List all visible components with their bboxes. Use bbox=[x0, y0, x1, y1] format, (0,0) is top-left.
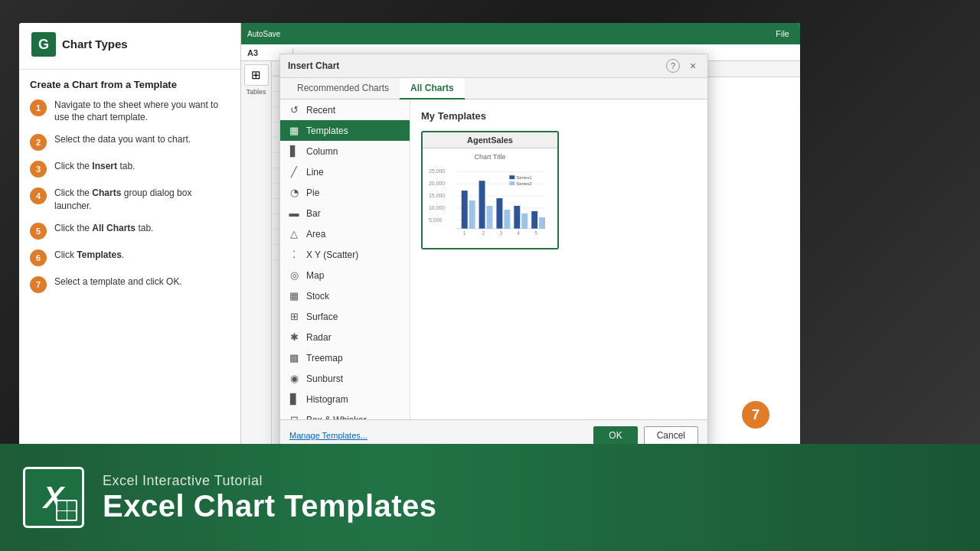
chart-type-bar-label: Bar bbox=[306, 208, 321, 219]
box-whisker-icon: ⊟ bbox=[288, 414, 300, 419]
step-number-7: 7 bbox=[30, 276, 47, 293]
chart-type-histogram[interactable]: ▊ Histogram bbox=[280, 389, 410, 409]
tutorial-panel: G Chart Types Create a Chart from a Temp… bbox=[19, 23, 241, 467]
svg-rect-16 bbox=[487, 206, 493, 229]
sunburst-icon: ◉ bbox=[288, 373, 300, 384]
step-text-3: Click the Insert tab. bbox=[54, 160, 135, 173]
step-number-1: 1 bbox=[30, 99, 47, 116]
svg-text:3: 3 bbox=[499, 230, 502, 236]
chart-type-area[interactable]: △ Area bbox=[280, 223, 410, 244]
line-icon: ╱ bbox=[288, 166, 300, 178]
excel-left-sidebar: ⊞ Tables bbox=[241, 61, 272, 467]
svg-rect-12 bbox=[496, 198, 502, 229]
step-7: 7 Select a template and click OK. bbox=[30, 276, 230, 293]
chart-type-stock-label: Stock bbox=[306, 291, 329, 302]
svg-text:20,000: 20,000 bbox=[429, 181, 445, 186]
my-templates-title: My Templates bbox=[421, 110, 697, 122]
chart-type-pie-label: Pie bbox=[306, 187, 319, 198]
banner-subtitle: Excel Interactive Tutorial bbox=[103, 473, 437, 489]
manage-templates-link[interactable]: Manage Templates... bbox=[289, 431, 368, 440]
autosave-label: AutoSave bbox=[247, 30, 280, 38]
template-chart-preview: Chart Title 25,000 20,000 15,000 10,000 … bbox=[423, 148, 557, 248]
chart-type-histogram-label: Histogram bbox=[306, 394, 348, 405]
scatter-icon: ⁚ bbox=[288, 249, 300, 260]
template-card-title: AgentSales bbox=[423, 132, 557, 148]
ribbon-tab-file[interactable]: File bbox=[771, 28, 794, 40]
chart-type-surface-label: Surface bbox=[306, 311, 338, 322]
banner-text: Excel Interactive Tutorial Excel Chart T… bbox=[103, 473, 437, 523]
svg-text:25,000: 25,000 bbox=[429, 168, 445, 174]
insert-chart-dialog: Insert Chart ? × Recommended Charts All … bbox=[279, 54, 708, 452]
chart-type-templates[interactable]: ▦ Templates bbox=[280, 120, 410, 141]
svg-rect-17 bbox=[504, 210, 510, 229]
chart-type-treemap[interactable]: ▩ Treemap bbox=[280, 347, 410, 368]
area-icon: △ bbox=[288, 228, 300, 240]
tables-button[interactable]: ⊞ bbox=[244, 64, 269, 86]
step-text-4: Click the Charts group dialog box launch… bbox=[54, 187, 230, 213]
svg-rect-19 bbox=[539, 217, 545, 229]
chart-type-recent-label: Recent bbox=[306, 105, 335, 116]
dialog-help-button[interactable]: ? bbox=[666, 59, 680, 73]
excel-logo-grid bbox=[56, 500, 77, 521]
dialog-body: ↺ Recent ▦ Templates ▋ Column ╱ Line bbox=[280, 99, 707, 419]
tab-all-charts[interactable]: All Charts bbox=[400, 78, 465, 99]
chart-type-recent[interactable]: ↺ Recent bbox=[280, 99, 410, 120]
chart-type-bar[interactable]: ▬ Bar bbox=[280, 203, 410, 223]
template-grid: AgentSales Chart Title 25,000 20,000 15,… bbox=[421, 131, 697, 249]
banner-title: Excel Chart Templates bbox=[103, 489, 437, 523]
chart-type-stock[interactable]: ▦ Stock bbox=[280, 285, 410, 306]
cancel-button[interactable]: Cancel bbox=[644, 426, 698, 445]
pie-icon: ◔ bbox=[288, 187, 300, 198]
svg-text:5: 5 bbox=[534, 230, 537, 236]
svg-rect-15 bbox=[469, 201, 475, 229]
step-text-2: Select the data you want to chart. bbox=[54, 133, 191, 146]
svg-text:Series2: Series2 bbox=[516, 181, 532, 186]
tutorial-logo-icon: G bbox=[31, 32, 56, 57]
step-text-5: Click the All Charts tab. bbox=[54, 222, 153, 235]
chart-type-pie[interactable]: ◔ Pie bbox=[280, 182, 410, 203]
step-2: 2 Select the data you want to chart. bbox=[30, 133, 230, 151]
chart-type-area-label: Area bbox=[306, 229, 325, 240]
chart-type-column-label: Column bbox=[306, 146, 338, 157]
chart-type-column[interactable]: ▋ Column bbox=[280, 141, 410, 161]
step-number-3: 3 bbox=[30, 161, 47, 178]
chart-type-scatter-label: X Y (Scatter) bbox=[306, 249, 358, 260]
step-text-1: Navigate to the sheet where you want to … bbox=[54, 99, 230, 125]
column-icon: ▋ bbox=[288, 145, 300, 157]
logo-cell-4 bbox=[67, 511, 77, 520]
svg-text:10,000: 10,000 bbox=[429, 205, 445, 210]
chart-type-sunburst[interactable]: ◉ Sunburst bbox=[280, 368, 410, 389]
ok-button[interactable]: OK bbox=[593, 426, 637, 445]
templates-icon: ▦ bbox=[288, 125, 300, 136]
chart-type-map-label: Map bbox=[306, 270, 324, 281]
step-6: 6 Click Templates. bbox=[30, 249, 230, 266]
treemap-icon: ▩ bbox=[288, 352, 300, 364]
panel-title: Chart Types bbox=[62, 37, 128, 51]
step-text-6: Click Templates. bbox=[54, 249, 124, 262]
step-4: 4 Click the Charts group dialog box laun… bbox=[30, 187, 230, 213]
histogram-icon: ▊ bbox=[288, 393, 300, 405]
chart-type-sunburst-label: Sunburst bbox=[306, 373, 343, 384]
step-text-7: Select a template and click OK. bbox=[54, 276, 182, 289]
step-number-5: 5 bbox=[30, 223, 47, 240]
chart-preview-area: My Templates AgentSales Chart Title 25,0… bbox=[410, 99, 707, 419]
surface-icon: ⊞ bbox=[288, 311, 300, 322]
step-3: 3 Click the Insert tab. bbox=[30, 160, 230, 178]
logo-cell-3 bbox=[57, 511, 67, 520]
template-card-agentsales[interactable]: AgentSales Chart Title 25,000 20,000 15,… bbox=[421, 131, 559, 249]
chart-type-line[interactable]: ╱ Line bbox=[280, 161, 410, 182]
dialog-tabs: Recommended Charts All Charts bbox=[280, 78, 707, 99]
dialog-close-button[interactable]: × bbox=[686, 59, 700, 73]
svg-rect-10 bbox=[462, 191, 468, 229]
chart-type-scatter[interactable]: ⁚ X Y (Scatter) bbox=[280, 244, 410, 265]
stock-icon: ▦ bbox=[288, 290, 300, 302]
chart-type-surface[interactable]: ⊞ Surface bbox=[280, 306, 410, 327]
tab-recommended-charts[interactable]: Recommended Charts bbox=[286, 78, 400, 99]
svg-text:1: 1 bbox=[463, 230, 466, 236]
chart-type-box-whisker[interactable]: ⊟ Box & Whisker bbox=[280, 409, 410, 419]
chart-type-radar[interactable]: ✱ Radar bbox=[280, 327, 410, 347]
tutorial-logo: G Chart Types bbox=[31, 32, 228, 57]
dialog-buttons: OK Cancel bbox=[593, 426, 698, 445]
bottom-banner: X Excel Interactive Tutorial Excel Chart… bbox=[0, 444, 980, 551]
chart-type-map[interactable]: ◎ Map bbox=[280, 265, 410, 285]
